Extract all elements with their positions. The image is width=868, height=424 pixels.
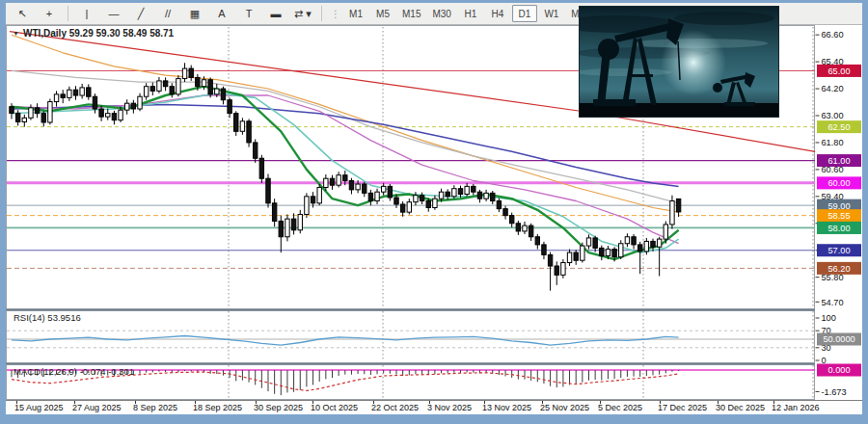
- time-axis-date-label: 30 Dec 2025: [716, 403, 765, 412]
- svg-text:61.80: 61.80: [822, 138, 844, 147]
- symbol-ohlc-text: WTI,Daily 59.29 59.30 58.49 58.71: [23, 28, 174, 39]
- svg-text:65.00: 65.00: [828, 66, 851, 76]
- svg-text:100: 100: [822, 313, 836, 323]
- svg-text:60.00: 60.00: [828, 178, 851, 188]
- text-label-tool-icon[interactable]: T: [236, 5, 261, 23]
- vertical-line-tool-icon[interactable]: |: [74, 5, 99, 23]
- timeframe-button-w1[interactable]: W1: [539, 5, 564, 22]
- chart-title: ▼ WTI,Daily 59.29 59.30 58.49 58.71: [13, 28, 174, 39]
- time-axis-date-label: 5 Dec 2025: [598, 403, 642, 412]
- fibonacci-grid-tool-icon[interactable]: ▦: [182, 5, 207, 23]
- timeframe-button-m5[interactable]: M5: [370, 5, 395, 22]
- svg-text:66.60: 66.60: [822, 30, 844, 40]
- svg-text:59.00: 59.00: [828, 201, 851, 211]
- time-axis-date-label: 30 Sep 2025: [254, 403, 303, 412]
- timeframe-button-m30[interactable]: M30: [427, 5, 455, 22]
- timeframe-button-m1[interactable]: M1: [343, 5, 368, 22]
- svg-text:57.00: 57.00: [828, 246, 851, 255]
- crosshair-tool-icon[interactable]: +: [37, 5, 62, 23]
- time-axis-date-label: 3 Nov 2025: [427, 403, 472, 412]
- toolbar-separator: [321, 6, 322, 21]
- time-axis-date-label: 17 Dec 2025: [658, 403, 707, 412]
- svg-text:54.70: 54.70: [822, 298, 844, 307]
- svg-text:64.20: 64.20: [822, 84, 844, 93]
- timeframe-button-m15[interactable]: M15: [397, 5, 425, 22]
- text-tool-icon[interactable]: A: [209, 5, 234, 23]
- trendline-tool-icon[interactable]: ╱: [128, 5, 153, 23]
- timeframe-button-h4[interactable]: H4: [485, 5, 510, 22]
- svg-text:58.55: 58.55: [828, 211, 851, 221]
- time-axis-date-label: 27 Aug 2025: [72, 403, 122, 412]
- arrows-tool-icon[interactable]: ⇄ ▾: [290, 5, 315, 23]
- timeframe-button-d1[interactable]: D1: [512, 5, 537, 22]
- svg-text:50.0000: 50.0000: [823, 334, 854, 344]
- cursor-tool-icon[interactable]: ↖: [10, 5, 35, 23]
- time-axis-date-label: 13 Nov 2025: [482, 403, 531, 412]
- horizontal-line-tool-icon[interactable]: —: [101, 5, 126, 23]
- svg-text:56.20: 56.20: [828, 264, 851, 274]
- shape-rectangle-tool-icon[interactable]: ▬: [263, 5, 288, 23]
- symbol-dropdown-icon[interactable]: ▼: [13, 30, 19, 37]
- timeframe-button-h1[interactable]: H1: [458, 5, 483, 22]
- svg-text:0.000: 0.000: [828, 365, 851, 375]
- time-axis[interactable]: 15 Aug 202527 Aug 20258 Sep 202518 Sep 2…: [6, 400, 862, 414]
- time-axis-date-label: 22 Oct 2025: [371, 403, 419, 412]
- time-axis-date-label: 18 Sep 2025: [193, 403, 242, 412]
- svg-text:61.00: 61.00: [828, 156, 851, 166]
- oil-pump-photo-art: [580, 7, 778, 117]
- time-axis-date-label: 8 Sep 2025: [133, 403, 177, 412]
- toolbar-drag-handle[interactable]: ⋮: [331, 9, 339, 19]
- macd-label: MACD(12,26,9) -0.074 -0.301: [14, 366, 134, 377]
- toolbar-separator: [68, 6, 68, 21]
- oil-pump-photo: [579, 6, 779, 118]
- svg-text:62.50: 62.50: [828, 122, 851, 132]
- svg-text:58.00: 58.00: [828, 224, 851, 233]
- svg-text:63.00: 63.00: [822, 111, 844, 120]
- time-axis-date-label: 12 Jan 2026: [772, 403, 820, 412]
- rsi-label: RSI(14) 53.9516: [14, 312, 81, 323]
- svg-text:-1.673: -1.673: [822, 387, 847, 397]
- equidistant-channel-tool-icon[interactable]: //: [155, 5, 180, 23]
- time-axis-date-label: 10 Oct 2025: [311, 403, 358, 412]
- mt4-window: ↖+|—╱//▦AT▬⇄ ▾⋮M1M5M15M30H1H4D1W1MN 66.6…: [0, 0, 868, 424]
- time-axis-date-label: 25 Nov 2025: [540, 403, 589, 412]
- time-axis-date-label: 15 Aug 2025: [14, 403, 64, 412]
